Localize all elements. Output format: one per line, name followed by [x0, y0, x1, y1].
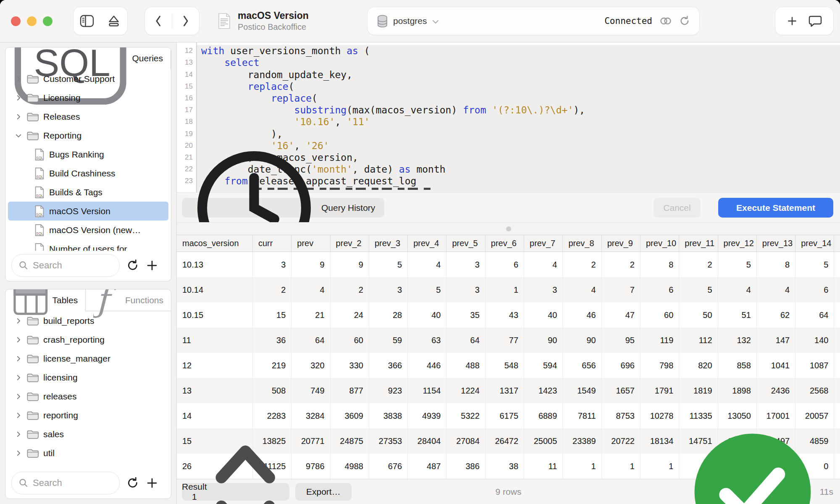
sidebar-item-macos-version[interactable]: SQLmacOS Version	[8, 202, 168, 220]
cancel-button[interactable]: Cancel	[654, 198, 701, 218]
column-header-prev-12[interactable]: prev_12	[718, 235, 757, 252]
chevron-right-icon[interactable]	[15, 393, 22, 400]
column-header-prev-15[interactable]: prev_15	[834, 235, 840, 252]
chevron-right-icon[interactable]	[15, 317, 22, 325]
code-text[interactable]: replace(	[197, 81, 840, 92]
table-row[interactable]: 1221932033036644648854859465669679882085…	[177, 353, 840, 378]
code-text[interactable]: select	[197, 57, 840, 68]
code-text[interactable]: with user_versions_month as (	[197, 45, 840, 57]
sidebar-item-crash-reporting[interactable]: crash_reporting	[8, 330, 168, 349]
column-header-prev-6[interactable]: prev_6	[486, 235, 524, 252]
refresh-tables-button[interactable]	[126, 477, 139, 489]
sidebar-item-macos-version-new[interactable]: SQLmacOS Version (new…	[8, 220, 168, 239]
sidebar-item-builds-tags[interactable]: SQLBuilds & Tags	[8, 183, 168, 202]
sidebar-item-number-of-users-for[interactable]: SQLNumber of users for…	[8, 239, 168, 251]
column-header-prev-8[interactable]: prev_8	[563, 235, 601, 252]
sidebar-item-build-crashiness[interactable]: SQLBuild Crashiness	[8, 164, 168, 183]
column-header-macos-version[interactable]: macos_version	[177, 235, 253, 252]
sidebar-item-reporting[interactable]: reporting	[8, 406, 168, 425]
reload-icon[interactable]	[679, 16, 690, 26]
sidebar-item-util[interactable]: util	[8, 444, 168, 462]
sidebar-item-label: license_manager	[43, 354, 110, 364]
tab-functions[interactable]: ƒ Functions	[86, 289, 171, 311]
tab-queries[interactable]: SQL Queries	[5, 47, 171, 69]
line-number: 11	[177, 42, 196, 43]
database-selector[interactable]: postgres Connected	[368, 7, 699, 35]
chevron-right-icon[interactable]	[15, 75, 22, 83]
chevron-right-icon[interactable]	[15, 336, 22, 344]
close-window-button[interactable]	[11, 16, 21, 26]
sidebar-item-releases[interactable]: Releases	[8, 107, 168, 126]
column-header-prev[interactable]: prev	[291, 235, 330, 252]
result-selector[interactable]: Result 1	[182, 483, 289, 501]
table-row[interactable]: 10.14242353134765446	[177, 277, 840, 302]
column-header-curr[interactable]: curr	[253, 235, 291, 252]
add-query-button[interactable]	[146, 259, 158, 272]
refresh-queries-button[interactable]	[126, 259, 139, 272]
query-history-button[interactable]: Query History	[182, 198, 384, 218]
sidebar-item-license-manager[interactable]: license_manager	[8, 349, 168, 368]
new-item-button[interactable]	[787, 16, 798, 26]
column-header-prev-7[interactable]: prev_7	[524, 235, 563, 252]
column-header-prev-10[interactable]: prev_10	[640, 235, 679, 252]
column-header-prev-3[interactable]: prev_3	[369, 235, 408, 252]
forward-button[interactable]	[172, 7, 199, 35]
table-cell: 35	[446, 302, 485, 328]
feedback-button[interactable]	[808, 15, 822, 27]
sidebar-item-reporting[interactable]: Reporting	[8, 126, 168, 145]
column-header-prev-2[interactable]: prev_2	[331, 235, 369, 252]
chevron-right-icon[interactable]	[15, 355, 22, 362]
queries-search-input[interactable]: Search	[11, 254, 120, 277]
table-cell: 60	[640, 302, 679, 328]
chevron-right-icon[interactable]	[15, 412, 22, 419]
table-cell: 446	[408, 353, 446, 378]
column-header-prev-11[interactable]: prev_11	[679, 235, 718, 252]
pane-splitter[interactable]	[177, 222, 840, 235]
export-button[interactable]: Export…	[295, 483, 352, 501]
table-row[interactable]: 10.15152124284035434046476050516264	[177, 302, 840, 328]
column-header-prev-9[interactable]: prev_9	[602, 235, 640, 252]
table-row[interactable]: 1350874987792311541224131714231549165717…	[177, 378, 840, 403]
chevron-right-icon[interactable]	[15, 449, 22, 457]
sidebar-item-bugs-ranking[interactable]: SQLBugs Ranking	[8, 145, 168, 164]
maximize-window-button[interactable]	[43, 16, 52, 26]
table-cell: 1	[486, 277, 524, 302]
add-table-button[interactable]	[146, 477, 158, 489]
chevron-down-icon[interactable]	[15, 132, 22, 139]
table-cell: 798	[640, 353, 679, 378]
sidebar-item-sales[interactable]: sales	[8, 425, 168, 444]
code-text[interactable]: '10.16', '11'	[197, 116, 840, 128]
toggle-sidebar-button[interactable]	[74, 7, 100, 35]
tables-search-input[interactable]: Search	[11, 472, 120, 494]
code-text[interactable]: random_update_key,	[197, 69, 840, 81]
line-number: 19	[177, 130, 196, 138]
chevron-right-icon[interactable]	[15, 430, 22, 438]
chevron-right-icon[interactable]	[15, 113, 22, 121]
table-cell: 1657	[602, 378, 640, 403]
line-number: 12	[177, 47, 196, 55]
column-header-prev-5[interactable]: prev_5	[446, 235, 485, 252]
code-text[interactable]: substring(max(macos_version) from '(?:10…	[197, 104, 840, 116]
table-row[interactable]: 1136646059636477909095119112132147140	[177, 328, 840, 353]
sidebar-toggle-icon	[80, 15, 94, 27]
execute-statement-button[interactable]: Execute Statement	[718, 198, 833, 218]
table-row[interactable]: 10.13399543642282585	[177, 252, 840, 277]
column-header-prev-14[interactable]: prev_14	[795, 235, 834, 252]
column-header-prev-13[interactable]: prev_13	[757, 235, 795, 252]
column-header-prev-4[interactable]: prev_4	[408, 235, 446, 252]
chevron-right-icon[interactable]	[15, 374, 22, 381]
sidebar-item-releases[interactable]: releases	[8, 387, 168, 406]
disconnect-button[interactable]	[100, 7, 127, 35]
splitter-handle-icon[interactable]	[506, 226, 511, 231]
table-cell: 3	[524, 277, 563, 302]
table-cell: 8	[757, 252, 795, 277]
tab-tables[interactable]: Tables	[5, 289, 86, 311]
table-cell: 38	[486, 454, 524, 479]
code-text[interactable]: replace(	[197, 92, 840, 104]
back-button[interactable]	[145, 7, 172, 35]
minimize-window-button[interactable]	[27, 16, 37, 26]
chevron-right-icon[interactable]	[15, 94, 22, 102]
code-text[interactable]: ),	[197, 128, 840, 140]
table-row[interactable]: 1422833284360938384939532261756889781187…	[177, 403, 840, 428]
sidebar-item-licensing[interactable]: licensing	[8, 368, 168, 387]
